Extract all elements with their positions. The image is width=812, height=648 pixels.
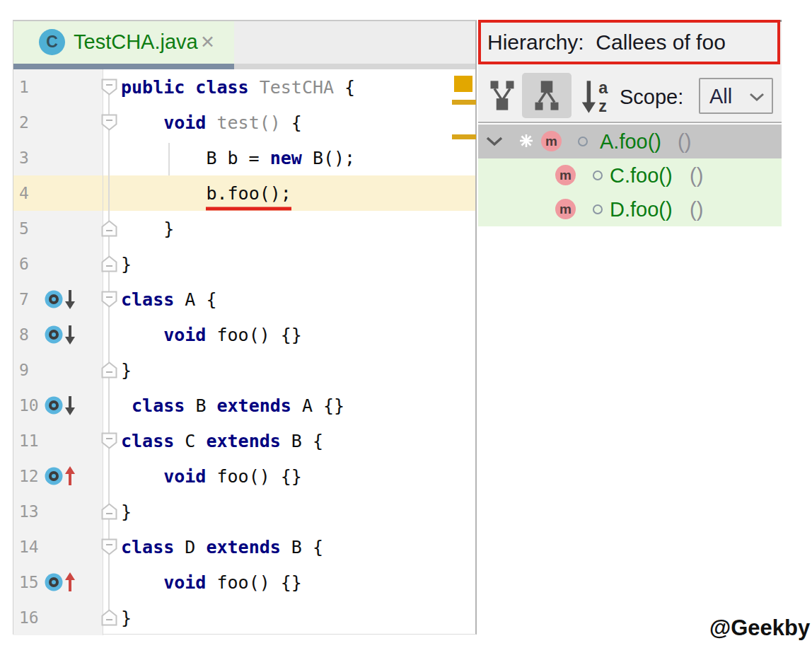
code-segment: new	[270, 148, 302, 168]
method-icon: m	[541, 131, 562, 151]
method-params: ()	[690, 198, 703, 221]
tab-testcha-java[interactable]: C TestCHA.java ✕	[13, 21, 234, 64]
inspection-status-square[interactable]	[454, 76, 472, 92]
fold-marker[interactable]	[101, 255, 117, 272]
java-class-icon: C	[39, 29, 65, 55]
code-line[interactable]: 13}	[13, 494, 475, 529]
line-number: 12	[19, 467, 39, 485]
watermark-text: @Geekby	[709, 615, 810, 641]
code-line[interactable]: 3 B b = new B();	[13, 140, 475, 175]
overridden-method-icon[interactable]	[45, 323, 81, 346]
callee-hierarchy-button-selected[interactable]	[522, 73, 572, 118]
overriding-method-icon[interactable]	[45, 571, 81, 594]
hierarchy-tree-row[interactable]: mA.foo()()	[478, 125, 782, 158]
code-segment: B {	[281, 431, 323, 451]
code-segment: foo() {}	[206, 572, 301, 593]
hierarchy-title: Hierarchy: Callees of foo	[487, 30, 726, 54]
line-number: 2	[19, 113, 29, 132]
caller-hierarchy-button[interactable]	[489, 80, 515, 114]
scope-selected-value: All	[709, 85, 732, 108]
code-line[interactable]: 14class D extends B {	[13, 529, 475, 565]
code-segment	[121, 183, 206, 204]
code-line[interactable]: 11class C extends B {	[13, 423, 475, 458]
overridden-method-icon[interactable]	[45, 288, 81, 311]
fold-marker[interactable]	[101, 538, 117, 555]
code-segment: class	[132, 395, 185, 416]
method-label: A.foo()	[600, 130, 661, 154]
code-line[interactable]: 15 void foo() {}	[13, 565, 475, 600]
fold-marker[interactable]	[101, 220, 117, 237]
code-line[interactable]: 16}	[13, 600, 475, 635]
line-number: 1	[19, 78, 29, 96]
code-segment: class	[121, 289, 174, 310]
hierarchy-tree-row[interactable]: mD.foo()()	[478, 192, 782, 226]
code-segment: B();	[302, 148, 355, 168]
code-segment: extends	[206, 431, 280, 451]
line-number: 14	[19, 538, 39, 556]
line-number: 5	[19, 219, 29, 238]
code-text: }	[121, 219, 174, 239]
line-number: 4	[19, 184, 29, 202]
tab-close-icon[interactable]: ✕	[200, 32, 215, 52]
fold-guide-line	[108, 87, 110, 614]
code-segment: D	[174, 537, 206, 557]
code-segment	[121, 112, 163, 133]
code-segment: extends	[206, 537, 280, 557]
sort-alphabetically-button[interactable]: a z	[580, 79, 611, 118]
caller-hierarchy-icon	[489, 80, 515, 111]
code-text: b.foo();	[121, 183, 291, 204]
code-segment: class	[121, 431, 174, 451]
scope-dropdown[interactable]: All	[699, 78, 773, 114]
code-segment: B b =	[121, 148, 270, 168]
code-text: void foo() {}	[121, 572, 302, 593]
line-number: 6	[19, 255, 29, 273]
method-params: ()	[690, 164, 703, 187]
fold-marker[interactable]	[101, 503, 117, 520]
code-segment	[206, 112, 216, 133]
fold-marker[interactable]	[101, 291, 117, 308]
code-line[interactable]: 7class A {	[13, 282, 475, 317]
visibility-ring-icon	[578, 137, 588, 146]
code-line[interactable]: 4 b.foo();	[13, 175, 475, 211]
code-line[interactable]: 2 void test() {	[13, 105, 475, 140]
code-line[interactable]: 1public class TestCHA {	[13, 69, 475, 105]
chevron-down-icon	[749, 93, 765, 101]
code-line[interactable]: 9}	[13, 352, 475, 388]
code-editor-area[interactable]: 1public class TestCHA {2 void test() {3 …	[13, 69, 475, 634]
code-text: void foo() {}	[121, 325, 302, 345]
code-text: }	[121, 608, 132, 628]
hierarchy-tree-row[interactable]: mC.foo()()	[478, 158, 782, 192]
code-line[interactable]: 12 void foo() {}	[13, 458, 475, 494]
code-segment: void	[163, 325, 206, 345]
change-stripe-marker[interactable]	[452, 134, 476, 139]
line-number: 9	[19, 361, 29, 379]
fold-marker[interactable]	[101, 114, 117, 131]
fold-marker[interactable]	[101, 609, 117, 626]
fold-marker[interactable]	[101, 361, 117, 378]
code-segment: {	[344, 77, 355, 98]
visibility-ring-icon	[593, 170, 603, 180]
fold-marker[interactable]	[101, 79, 117, 96]
tab-strip-border	[234, 64, 475, 69]
code-text: }	[121, 254, 132, 274]
svg-text:z: z	[598, 97, 607, 115]
overriding-method-icon[interactable]	[45, 465, 81, 487]
code-segment: foo() {}	[206, 466, 301, 487]
code-line[interactable]: 6}	[13, 246, 475, 282]
tree-expand-chevron-icon[interactable]	[485, 136, 504, 150]
code-line[interactable]: 5 }	[13, 211, 475, 246]
code-segment: C	[174, 431, 206, 451]
change-stripe-marker[interactable]	[452, 100, 476, 105]
overridden-method-icon[interactable]	[45, 394, 81, 417]
fold-marker[interactable]	[101, 432, 117, 449]
code-segment: }	[121, 502, 132, 522]
code-text: }	[121, 502, 132, 522]
scope-label: Scope:	[620, 86, 683, 109]
method-icon: m	[555, 199, 576, 219]
code-text: class D extends B {	[121, 537, 323, 557]
code-line[interactable]: 10 class B extends A {}	[13, 388, 475, 423]
code-segment: extends	[216, 395, 291, 416]
code-text: }	[121, 360, 132, 381]
code-line[interactable]: 8 void foo() {}	[13, 317, 475, 352]
editor-tab-strip: C TestCHA.java ✕	[13, 21, 475, 64]
